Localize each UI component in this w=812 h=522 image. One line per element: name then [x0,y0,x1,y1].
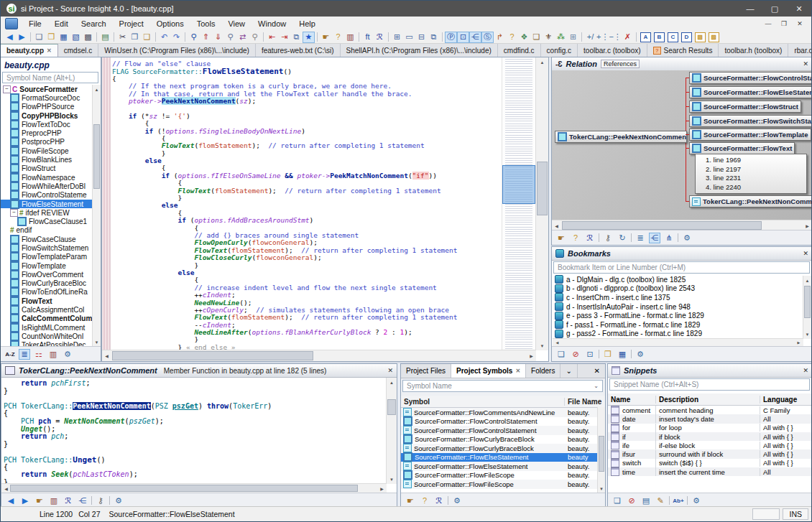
tab-config.c[interactable]: config.c [541,44,578,57]
window-close-button[interactable]: ✕ [787,1,811,17]
relation-reference-list[interactable]: 1. line 19692. line 21973. line 22314. l… [695,154,807,194]
bookmark-filter-input[interactable]: Bookmark Item or Line Number (Ctrl+M) [553,261,810,274]
bookmark-item[interactable]: d - InsertIsInAutoPair - insert.c line 9… [553,302,803,312]
editor-code-area[interactable]: // Flow an "else" clauseFLAG SourceForma… [112,57,502,350]
forward-icon[interactable]: ▶ [19,495,31,506]
cut-icon[interactable]: ✂ [116,32,129,43]
bookmarks-toggle-icon[interactable]: ★ [303,32,315,43]
symbol-item[interactable]: CalcAssignmentCol [1,305,93,314]
project-vscrollbar[interactable]: ▼ [597,407,605,493]
symbol-item[interactable]: PostprocPHP [1,138,93,146]
symbol-item[interactable]: FlowText [1,297,93,305]
tab-beauty.cpp[interactable]: beauty.cpp✕ [1,44,58,57]
snippet-row[interactable]: forfor loopAll with { } [608,424,812,432]
symbol-item[interactable]: FlowOverComment [1,270,93,279]
save-icon[interactable]: ▦ [617,349,628,360]
browse-symbols-icon[interactable]: ☛ [34,495,45,506]
bookmarks-hscrollbar[interactable]: ◀ ▶ [553,338,803,346]
scroll-right-icon[interactable]: ▶ [794,339,803,346]
clip-window-icon[interactable]: ⊡ [457,32,469,43]
paste-icon[interactable]: ❑ [141,32,153,43]
format-text-icon[interactable]: ft [361,32,374,43]
close-icon[interactable]: ✕ [803,250,808,257]
snippet-row[interactable]: dateinsert today's dateAll [608,414,812,423]
new-file-icon[interactable]: ❏ [33,32,45,43]
reference-line[interactable]: 2. line 2197 [706,165,803,174]
project-symbol-row[interactable]: SourceFormatter::FlowCommentsAndNewLineb… [401,408,605,417]
project-window-icon[interactable]: Ⓟ [445,32,457,43]
symbol-item[interactable]: −#ifdef REVIEW [1,208,93,217]
books-icon[interactable]: ▥ [344,32,356,43]
help-mode-icon[interactable]: ? [332,32,344,43]
symbol-item[interactable]: FlowNamespace [1,173,93,182]
new-snippet-icon[interactable]: ❏ [612,495,623,506]
save-as-icon[interactable]: ▧ [70,32,82,43]
settings-icon[interactable]: ⚙ [113,495,124,506]
chart-view-icon[interactable]: ⋔ [663,233,675,243]
tab-cmdsel.c[interactable]: cmdsel.c [58,44,98,57]
refresh-icon[interactable]: ↻ [617,233,628,243]
save-icon[interactable]: ▦ [57,32,70,43]
menu-window[interactable]: Window [252,18,292,29]
project-symbol-input[interactable]: Symbol Name ⌄ [402,380,603,392]
project-symbol-row[interactable]: SourceFormatter::FlowFileScopebeauty. [401,471,605,480]
symbol-column-header[interactable]: Symbol [401,398,565,406]
project-symbol-row[interactable]: SourceFormatter::FlowCurlyBraceBlockbeau… [401,444,605,453]
symbol-item[interactable]: FlowToEndOfLineRa [1,288,93,297]
compare-files-icon[interactable]: ⁂ [555,32,567,43]
window-minimize-button[interactable]: — [738,1,762,17]
tab-WinUser.h[interactable]: WinUser.h (C:\Program Files (x86)\...\in… [98,44,256,57]
toggle-comment-icon[interactable]: +/ [584,32,596,43]
snippet-row[interactable]: ifsursurround with if blockAll with { } [608,449,812,458]
browse-symbols-icon[interactable]: ☛ [320,32,332,43]
tab-toolbar.h[interactable]: toolbar.h (toolbox) [719,44,788,57]
key-a-icon[interactable]: A [640,32,651,42]
symbol-item[interactable]: IsRightMLComment [1,323,93,332]
project-symbol-row[interactable]: SourceFormatter::FlowFileScopebeauty. [401,480,605,489]
relation-node[interactable]: SourceFormatter::FlowStruct [689,101,801,113]
bookmark-item[interactable]: e - pass 3 - FormatLine - format.c line … [553,311,803,320]
snippet-row[interactable]: timeinsert the current timeAll [608,467,812,476]
menu-project[interactable]: Project [113,18,150,29]
print-icon[interactable]: ▤ [99,32,111,43]
window-maximize-button[interactable]: ▢ [762,1,787,17]
renumber-icon[interactable]: ℛ [584,233,596,243]
scroll-right-icon[interactable]: ▶ [377,484,387,493]
outline-view-icon[interactable]: ≣ [635,233,646,243]
symbol-item[interactable]: FormatSourceDoc [1,93,93,102]
symbol-item[interactable]: FlowTemplateParam [1,253,93,261]
scroll-up-icon[interactable]: ▲ [803,276,811,285]
symbol-item[interactable]: FlowBlankLines [1,155,93,164]
project-symbol-row[interactable]: SourceFormatter::FlowControlStatementbea… [401,417,605,427]
scroll-up-icon[interactable]: ▲ [387,378,397,387]
project-symbol-row[interactable]: SourceFormatter::FlowElseStatementbeauty… [401,462,605,471]
tab-project-symbols[interactable]: Project Symbols✕ [451,364,526,378]
save-all-icon[interactable]: ▩ [82,32,94,43]
close-icon[interactable]: ✕ [803,60,808,67]
symbol-item[interactable]: FlowWhileAfterDoBl [1,182,93,190]
description-column-header[interactable]: Description [656,396,760,404]
context-help-icon[interactable]: ? [506,32,518,43]
key-d-icon[interactable]: D [681,32,692,42]
jump-caller-icon[interactable]: ⇤ [266,32,278,43]
relation-icon[interactable]: ⋲ [77,495,88,506]
macro-open-icon[interactable]: ▨ [695,32,706,42]
scrollbar-thumb[interactable] [93,124,100,189]
project-symbol-row[interactable]: SourceFormatter::FlowControlStatementbea… [401,426,605,435]
symbol-list-scrollbar[interactable]: ▲ ▼ [92,85,101,347]
layout-quad-icon[interactable]: ⊞ [391,32,403,43]
symbol-item[interactable]: PreprocPHP [1,129,93,137]
settings-icon[interactable]: ⚙ [681,233,693,243]
back-icon[interactable]: ◀ [5,495,17,506]
settings-icon[interactable]: ⚙ [691,495,702,506]
browse-project-icon[interactable]: ⚲ [249,32,261,43]
delete-bookmark-icon[interactable]: ⊘ [570,349,581,360]
renumber-icon[interactable]: ℛ [63,495,74,506]
scroll-up-icon[interactable]: ▲ [536,57,548,67]
tab-cmdfind.c[interactable]: cmdfind.c [498,44,541,57]
expander-minus-icon[interactable]: − [3,85,11,93]
editor-vscrollbar[interactable]: ▲ ▼ [535,57,548,350]
symbol-filter-input[interactable]: Symbol Name (Alt+L) [2,72,98,83]
delete-snippet-icon[interactable]: ⊘ [626,495,637,506]
relation-node[interactable]: SourceFormatter::FlowSwitchStatement [689,115,812,127]
